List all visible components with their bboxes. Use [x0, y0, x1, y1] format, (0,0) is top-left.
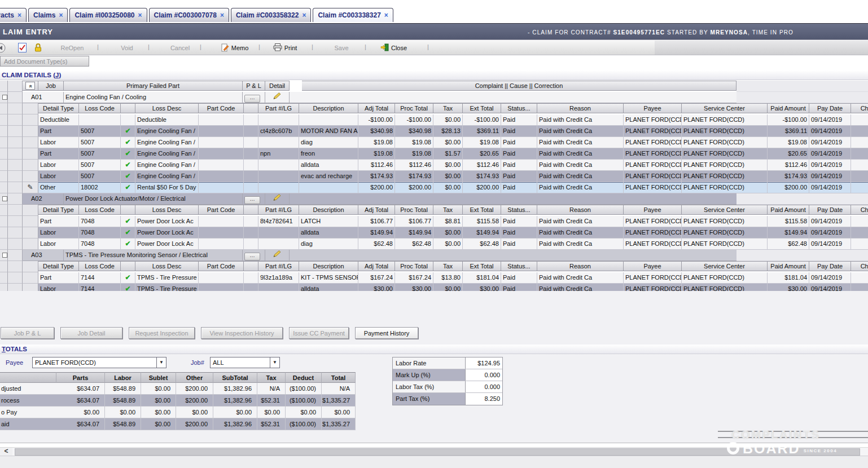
- totals-value: $0.00: [141, 383, 176, 395]
- cell-tax: $0.00: [433, 182, 463, 193]
- detail-row[interactable]: Labor5007✔Engine Cooling Fan /alldata$11…: [0, 160, 868, 171]
- tab-close-icon[interactable]: ×: [302, 11, 306, 19]
- cell-payee: PLANET FORD(CCD): [624, 182, 682, 193]
- close-menu-item[interactable]: Close: [371, 43, 415, 53]
- cell-description: diag: [299, 137, 358, 148]
- collapse-all-button[interactable]: «: [25, 82, 35, 90]
- tab-close-icon[interactable]: ×: [138, 11, 142, 19]
- claim-details-heading: CLAIM DETAILS (J): [0, 70, 868, 80]
- claim-details-label-suffix: ): [59, 72, 61, 78]
- expand-box-icon[interactable]: [2, 196, 7, 201]
- detail-row[interactable]: Part7048✔Power Door Lock Ac8t4z782641LAT…: [0, 216, 868, 227]
- cell-status: Paid: [501, 171, 537, 182]
- job-row-a02[interactable]: A02Power Door Lock Actuator/Motor / Elec…: [0, 193, 868, 205]
- cell-description: freon: [299, 148, 358, 160]
- payee-dropdown-arrow-icon[interactable]: ▼: [156, 357, 166, 368]
- detail-row[interactable]: Part7144✔TPMS - Tire Pressure9l3z1a189aK…: [0, 272, 868, 284]
- detail-row[interactable]: Part5007✔Engine Cooling Fan /npnfreon$19…: [0, 148, 868, 160]
- menu-separator: |: [427, 43, 429, 50]
- void-menu-item: Void: [111, 43, 143, 53]
- tab-label: Claim #C003007078: [154, 11, 217, 19]
- job-row-a01[interactable]: A01Engine Cooling Fan / Cooling...: [0, 92, 868, 103]
- watermark: BOARD RESOLVING SINCE 2004: [727, 442, 838, 454]
- detail-row[interactable]: DeductibleDeductible-$100.00-$100.00$0.0…: [0, 114, 868, 126]
- page-title: LAIM ENTRY: [3, 28, 53, 36]
- tab-claims[interactable]: Claims×: [28, 8, 68, 22]
- cell-tax: $0.00: [433, 227, 463, 239]
- tab-claim-c003358322[interactable]: Claim #C003358322×: [231, 8, 311, 22]
- detail-row[interactable]: Labor5007✔Engine Cooling Fan /evac and r…: [0, 171, 868, 182]
- pl-ellipsis-button[interactable]: ...: [244, 196, 260, 204]
- expand-box-icon[interactable]: [2, 253, 7, 258]
- detail-row[interactable]: Labor5007✔Engine Cooling Fan /diag$19.08…: [0, 137, 868, 148]
- payment-history-button[interactable]: Payment History: [355, 327, 418, 339]
- refresh-icon[interactable]: [0, 43, 6, 54]
- cell-description: alldata: [299, 227, 358, 239]
- tab-claim-i003250080[interactable]: Claim #I003250080×: [69, 8, 147, 22]
- row-gutter: [0, 160, 8, 171]
- edit-pencil-icon[interactable]: [273, 250, 282, 258]
- row-gutter: [8, 239, 23, 250]
- detail-header-row: Detail TypeLoss CodeLoss DescPart CodePa…: [0, 205, 868, 216]
- detail-row[interactable]: Part5007✔Engine Cooling Fan /ct4z8c607bM…: [0, 126, 868, 137]
- tab-close-icon[interactable]: ×: [220, 11, 224, 19]
- edit-pencil-icon[interactable]: [273, 92, 282, 100]
- empty-cell: [851, 182, 868, 193]
- tab-close-icon[interactable]: ×: [17, 11, 21, 19]
- rate-label: Mark Up (%): [393, 369, 465, 381]
- detail-header-reason: Reason: [537, 103, 624, 113]
- cell-type: Labor: [38, 137, 79, 148]
- cell-loss_desc: TPMS - Tire Pressure: [135, 272, 199, 284]
- cell-loss_code: 7048: [79, 227, 121, 239]
- detail-row[interactable]: ✎Other18002✔Rental $50 For 5 Day$200.00$…: [0, 182, 868, 193]
- cell-adj_total: $19.08: [358, 137, 395, 148]
- scroll-left-arrow[interactable]: <: [0, 448, 12, 456]
- cell-description: MOTOR AND FAN A: [299, 126, 358, 137]
- cell-paid_amount: $62.48: [768, 239, 809, 250]
- cell-tax: $13.80: [433, 272, 463, 284]
- payee-select[interactable]: PLANET FORD(CCD) ▼: [32, 357, 166, 368]
- detail-row[interactable]: Labor7048✔Power Door Lock Acdiag$62.48$6…: [0, 239, 868, 250]
- tab-claim-c003338327[interactable]: Claim #C003338327×: [313, 8, 393, 22]
- cell-type: Part: [38, 216, 79, 227]
- cell-proc_total: $149.94: [395, 227, 433, 239]
- empty-cell: [244, 137, 258, 148]
- tab-close-icon[interactable]: ×: [59, 11, 63, 19]
- detail-header-row: Detail TypeLoss CodeLoss DescPart CodePa…: [0, 261, 868, 272]
- job-dropdown-arrow-icon[interactable]: ▼: [270, 357, 279, 368]
- tab-close-icon[interactable]: ×: [384, 11, 388, 19]
- collapse-all-cell: «: [23, 81, 38, 91]
- tab-claim-c003007078[interactable]: Claim #C003007078×: [149, 8, 229, 22]
- detail-header-paid_amount: Paid Amount: [768, 205, 809, 215]
- empty-cell: [244, 171, 258, 182]
- row-gutter: [0, 126, 8, 137]
- tab-ntracts[interactable]: ntracts×: [0, 8, 27, 22]
- detail-header-status: Status...: [501, 205, 537, 215]
- cell-part_lg: [258, 182, 299, 193]
- lock-icon[interactable]: [34, 43, 42, 54]
- cell-reason: Paid with Credit Ca: [537, 272, 624, 284]
- cell-part_lg: 8t4z782641: [258, 216, 299, 227]
- detail-header-part_lg: Part #/LG: [258, 103, 299, 113]
- job-pl-cell: ...: [243, 92, 265, 103]
- pl-ellipsis-button[interactable]: ...: [244, 253, 260, 261]
- totals-value: $1,382.96: [213, 383, 257, 395]
- cell-payee: PLANET FORD(CCD): [624, 239, 682, 250]
- row-gutter: [8, 171, 23, 182]
- pl-ellipsis-button[interactable]: ...: [244, 95, 260, 103]
- memo-menu-item[interactable]: Memo: [213, 43, 256, 53]
- watermark-board-text: BOARD: [743, 442, 800, 454]
- job-number-select[interactable]: ALL ▼: [210, 357, 280, 368]
- detail-row[interactable]: Labor7048✔Power Door Lock Acalldata$149.…: [0, 227, 868, 239]
- rate-label: Part Tax (%): [393, 393, 465, 405]
- expand-box-icon[interactable]: [2, 95, 7, 100]
- print-menu-item[interactable]: Print: [265, 43, 305, 53]
- edit-pencil-icon[interactable]: [273, 193, 282, 201]
- cell-loss_code: 18002: [79, 182, 121, 193]
- detail-header-payee: Payee: [624, 205, 682, 215]
- checklist-icon[interactable]: [18, 43, 27, 54]
- detail-header-status: Status...: [501, 103, 537, 113]
- footer-strip: [0, 456, 868, 468]
- add-document-type-button[interactable]: Add Document Type(s): [0, 56, 89, 67]
- job-row-a03[interactable]: A03TPMS - Tire Pressure Monitoring Senso…: [0, 250, 868, 261]
